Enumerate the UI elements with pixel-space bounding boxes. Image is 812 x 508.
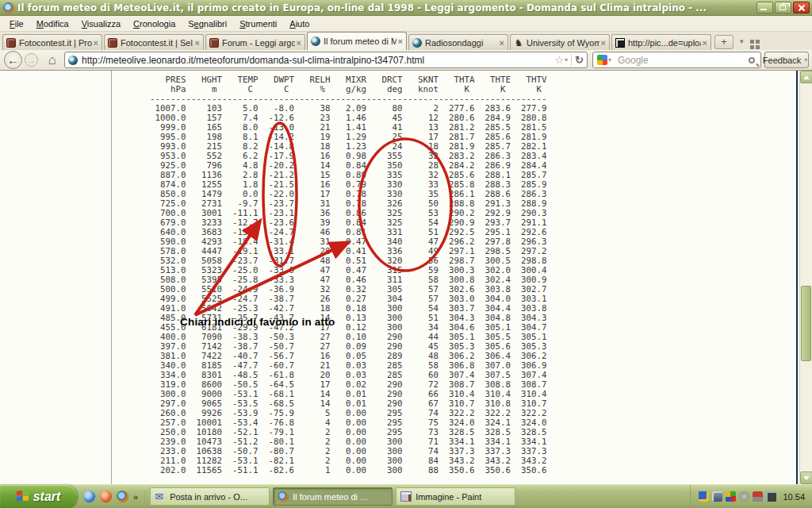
tab-il-forum-meteo-di-m[interactable]: Il forum meteo di M...×	[307, 32, 407, 50]
browser-red-quicklaunch-icon[interactable]	[100, 491, 112, 502]
restore-button[interactable]	[775, 2, 791, 13]
home-icon: ⌂	[48, 52, 56, 68]
bookmark-caret-icon[interactable]: ▾	[565, 56, 568, 64]
reload-icon[interactable]: ↻	[575, 54, 584, 66]
taskbar-button-immagine-paint[interactable]: Immagine - Paint	[396, 487, 515, 506]
task-label: Immagine - Paint	[416, 492, 481, 502]
tab-close-icon[interactable]: ×	[195, 38, 200, 48]
feedback-caret-icon: ▾	[804, 56, 807, 64]
tab-close-icon[interactable]: ×	[94, 38, 98, 48]
search-engine-caret-icon[interactable]: ▾	[608, 56, 611, 64]
google-logo-icon[interactable]	[597, 55, 607, 65]
paint-icon	[400, 491, 412, 502]
tab-label: Forum - Leggi argo...	[222, 38, 295, 48]
horse-icon: ♞	[514, 38, 523, 48]
close-button[interactable]	[793, 2, 810, 13]
task-label: Posta in arrivo - O...	[170, 492, 247, 502]
tab-close-icon[interactable]: ×	[398, 37, 403, 46]
page-icon	[615, 38, 625, 48]
camera-icon	[6, 38, 16, 48]
search-icon[interactable]	[749, 57, 755, 64]
navigation-toolbar: ← → ⌂ http://meteolive.leonardo.it/meteo…	[0, 50, 812, 71]
firefox-icon	[278, 491, 289, 502]
menu-strumenti[interactable]: Strumenti	[233, 17, 283, 30]
camera-icon	[209, 38, 219, 48]
forward-button[interactable]: →	[25, 53, 38, 67]
back-icon: ←	[7, 53, 19, 67]
network-tray-icon[interactable]	[712, 491, 722, 502]
list-all-tabs-icon[interactable]: ▾	[740, 37, 744, 45]
menu-visualizza[interactable]: Visualizza	[75, 17, 127, 30]
display-tray-icon[interactable]	[726, 491, 736, 502]
tab-label: Radiosondaggi	[425, 38, 498, 48]
globe-icon	[412, 38, 422, 48]
tab-university-of-wyomi[interactable]: ♞University of Wyomi...×	[510, 34, 610, 50]
page-content: PRES HGHT TEMP DWPT RELH MIXR DRCT SKNT …	[0, 71, 812, 484]
taskbar-clock: 10.54	[783, 492, 805, 502]
window-title: Il forum meteo di MeteoLive.it, il primo…	[17, 2, 753, 13]
vertical-scrollbar[interactable]	[799, 71, 812, 484]
camera-icon	[108, 38, 117, 48]
forward-icon: →	[27, 56, 36, 65]
scroll-up-button[interactable]	[800, 71, 812, 83]
menu-bar: FileModificaVisualizzaCronologiaSegnalib…	[0, 16, 812, 32]
menu-cronologia[interactable]: Cronologia	[127, 17, 182, 30]
content-left-divider	[111, 71, 112, 484]
tab-forum-leggi-argo[interactable]: Forum - Leggi argo...×	[205, 34, 305, 50]
url-text[interactable]: http://meteolive.leonardo.it/meteoforum/…	[82, 55, 554, 66]
title-bar: Il forum meteo di MeteoLive.it, il primo…	[0, 0, 812, 16]
start-button[interactable]: start	[0, 485, 77, 508]
volume-tray-icon[interactable]	[739, 491, 749, 502]
scroll-down-button[interactable]	[800, 471, 812, 484]
scroll-up-icon	[803, 75, 810, 79]
tab-radiosondaggi[interactable]: Radiosondaggi×	[408, 34, 508, 50]
urlbar-divider	[571, 54, 572, 66]
quick-launch-bar: »	[77, 491, 145, 502]
taskbar-button-il-forum-meteo-di[interactable]: Il forum meteo di ...	[273, 487, 393, 506]
tab-close-icon[interactable]: ×	[703, 38, 707, 48]
bookmark-star-icon[interactable]: ☆	[554, 54, 564, 66]
sounding-table: PRES HGHT TEMP DWPT RELH MIXR DRCT SKNT …	[150, 75, 547, 475]
updates-tray-icon[interactable]	[699, 491, 709, 502]
menu-modifica[interactable]: Modifica	[30, 17, 75, 30]
feedback-button[interactable]: Feedback ▾	[764, 52, 809, 68]
scrollbar-thumb[interactable]	[801, 286, 811, 361]
minimize-button[interactable]	[756, 2, 773, 13]
task-buttons: ✉Posta in arrivo - O...Il forum meteo di…	[148, 487, 517, 506]
search-bar[interactable]: ▾ Google	[592, 52, 761, 68]
search-input[interactable]: Google	[618, 55, 749, 66]
browser-blue-quicklaunch-icon[interactable]	[83, 491, 95, 502]
quicklaunch-overflow-icon[interactable]: »	[133, 492, 138, 502]
firefox-app-icon	[3, 2, 14, 13]
system-tray: 10.54	[690, 485, 812, 508]
tab-groups-icon[interactable]	[750, 40, 754, 44]
globe-icon	[311, 37, 320, 46]
tab-label: University of Wyomi...	[527, 38, 599, 48]
tab-fotocontest-it-prof[interactable]: Fotocontest.it | Prof...×	[2, 34, 102, 50]
tab-label: Il forum meteo di M...	[324, 37, 396, 46]
back-button[interactable]: ←	[4, 51, 22, 69]
content-right-border	[796, 71, 798, 484]
firefox-quicklaunch-icon[interactable]	[117, 491, 128, 502]
home-button[interactable]: ⌂	[43, 52, 62, 68]
tab-fotocontest-it-sel[interactable]: Fotocontest.it | Sel...×	[104, 34, 204, 50]
start-label: start	[33, 490, 61, 504]
annotation-text: Chiari indici di favonio in atto	[180, 316, 335, 328]
restore-icon	[779, 5, 786, 10]
menu-file[interactable]: File	[3, 17, 30, 30]
tab-close-icon[interactable]: ×	[297, 38, 301, 48]
menu-aiuto[interactable]: Aiuto	[283, 17, 316, 30]
address-bar[interactable]: http://meteolive.leonardo.it/meteoforum/…	[64, 52, 588, 68]
tab-http-pic-de-upload[interactable]: http://pic...de=upload×	[611, 34, 711, 50]
tab-label: Fotocontest.it | Prof...	[19, 38, 92, 48]
tab-close-icon[interactable]: ×	[601, 38, 606, 48]
monitor-tray-icon[interactable]	[766, 491, 776, 502]
taskbar-button-posta-in-arrivo-o[interactable]: ✉Posta in arrivo - O...	[150, 487, 270, 506]
tab-label: http://pic...de=upload	[628, 38, 701, 48]
tab-close-icon[interactable]: ×	[500, 38, 504, 48]
new-tab-button[interactable]: +	[714, 35, 733, 49]
task-label: Il forum meteo di ...	[293, 492, 367, 502]
taskbar: start » ✉Posta in arrivo - O...Il forum …	[0, 484, 812, 508]
menu-segnalibri[interactable]: Segnalibri	[182, 17, 233, 30]
security-tray-icon[interactable]	[753, 491, 763, 502]
